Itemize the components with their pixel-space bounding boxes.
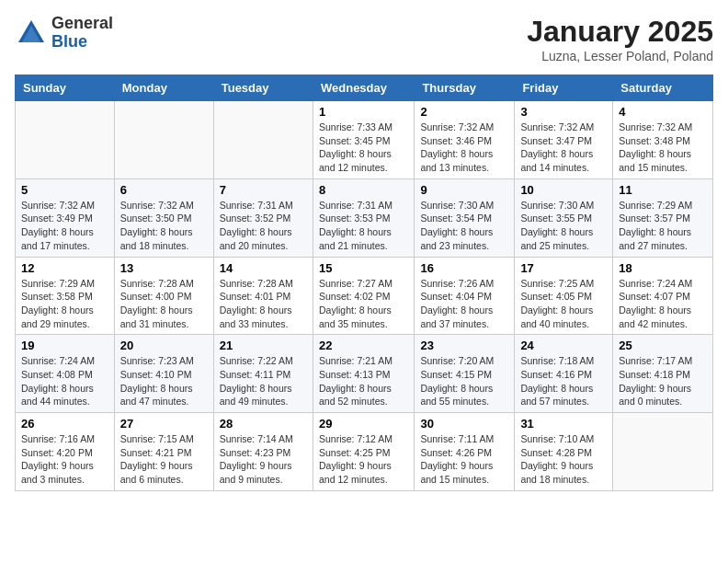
calendar-cell: 15Sunrise: 7:27 AM Sunset: 4:02 PM Dayli…	[313, 257, 414, 335]
month-title: January 2025	[527, 15, 713, 49]
calendar-cell: 8Sunrise: 7:31 AM Sunset: 3:53 PM Daylig…	[313, 178, 414, 257]
title-block: January 2025 Luzna, Lesser Poland, Polan…	[527, 15, 713, 63]
day-detail: Sunrise: 7:22 AM Sunset: 4:11 PM Dayligh…	[220, 354, 307, 408]
weekday-header-row: SundayMondayTuesdayWednesdayThursdayFrid…	[16, 75, 713, 101]
weekday-header-saturday: Saturday	[613, 75, 713, 101]
day-number: 18	[619, 261, 707, 275]
calendar-cell	[16, 101, 115, 179]
day-detail: Sunrise: 7:16 AM Sunset: 4:20 PM Dayligh…	[21, 432, 108, 487]
calendar-cell: 19Sunrise: 7:24 AM Sunset: 4:08 PM Dayli…	[16, 335, 115, 413]
weekday-header-monday: Monday	[114, 75, 213, 101]
day-detail: Sunrise: 7:32 AM Sunset: 3:46 PM Dayligh…	[420, 121, 508, 175]
day-number: 9	[420, 183, 508, 197]
day-detail: Sunrise: 7:27 AM Sunset: 4:02 PM Dayligh…	[319, 277, 408, 331]
day-number: 21	[220, 339, 307, 352]
logo-general: General	[51, 15, 113, 33]
day-detail: Sunrise: 7:32 AM Sunset: 3:48 PM Dayligh…	[619, 121, 707, 175]
day-detail: Sunrise: 7:25 AM Sunset: 4:05 PM Dayligh…	[520, 277, 607, 331]
calendar-cell: 5Sunrise: 7:32 AM Sunset: 3:49 PM Daylig…	[16, 178, 115, 257]
calendar-cell: 1Sunrise: 7:33 AM Sunset: 3:45 PM Daylig…	[313, 101, 414, 179]
day-detail: Sunrise: 7:30 AM Sunset: 3:54 PM Dayligh…	[420, 199, 508, 253]
calendar-cell: 21Sunrise: 7:22 AM Sunset: 4:11 PM Dayli…	[213, 335, 313, 413]
day-detail: Sunrise: 7:17 AM Sunset: 4:18 PM Dayligh…	[619, 354, 707, 408]
calendar-cell: 16Sunrise: 7:26 AM Sunset: 4:04 PM Dayli…	[415, 257, 515, 335]
day-detail: Sunrise: 7:30 AM Sunset: 3:55 PM Dayligh…	[520, 199, 607, 253]
weekday-header-wednesday: Wednesday	[313, 75, 414, 101]
location: Luzna, Lesser Poland, Poland	[527, 49, 713, 63]
day-detail: Sunrise: 7:23 AM Sunset: 4:10 PM Dayligh…	[120, 354, 208, 408]
day-detail: Sunrise: 7:32 AM Sunset: 3:49 PM Dayligh…	[21, 199, 108, 253]
calendar-cell	[114, 101, 213, 179]
day-number: 16	[420, 261, 508, 275]
day-number: 4	[619, 105, 707, 119]
day-detail: Sunrise: 7:29 AM Sunset: 3:57 PM Dayligh…	[619, 199, 707, 253]
day-number: 29	[319, 417, 408, 431]
day-number: 1	[319, 105, 408, 119]
day-number: 31	[520, 417, 607, 431]
day-number: 11	[619, 183, 707, 197]
calendar-cell: 12Sunrise: 7:29 AM Sunset: 3:58 PM Dayli…	[16, 257, 115, 335]
calendar-cell	[613, 413, 713, 491]
weekday-header-thursday: Thursday	[415, 75, 515, 101]
day-detail: Sunrise: 7:32 AM Sunset: 3:47 PM Dayligh…	[520, 121, 607, 175]
logo-text: General Blue	[51, 15, 113, 52]
calendar-week-row: 19Sunrise: 7:24 AM Sunset: 4:08 PM Dayli…	[16, 335, 713, 413]
calendar-cell: 10Sunrise: 7:30 AM Sunset: 3:55 PM Dayli…	[515, 178, 613, 257]
calendar-week-row: 26Sunrise: 7:16 AM Sunset: 4:20 PM Dayli…	[16, 413, 713, 491]
calendar-cell: 2Sunrise: 7:32 AM Sunset: 3:46 PM Daylig…	[415, 101, 515, 179]
logo-icon	[15, 17, 48, 50]
day-number: 19	[21, 339, 108, 352]
calendar-cell: 17Sunrise: 7:25 AM Sunset: 4:05 PM Dayli…	[515, 257, 613, 335]
day-number: 15	[319, 261, 408, 275]
calendar-cell: 23Sunrise: 7:20 AM Sunset: 4:15 PM Dayli…	[415, 335, 515, 413]
day-number: 3	[520, 105, 607, 119]
calendar-cell: 20Sunrise: 7:23 AM Sunset: 4:10 PM Dayli…	[114, 335, 213, 413]
day-detail: Sunrise: 7:28 AM Sunset: 4:00 PM Dayligh…	[120, 277, 208, 331]
calendar-cell: 3Sunrise: 7:32 AM Sunset: 3:47 PM Daylig…	[515, 101, 613, 179]
calendar-cell: 27Sunrise: 7:15 AM Sunset: 4:21 PM Dayli…	[114, 413, 213, 491]
calendar-cell: 24Sunrise: 7:18 AM Sunset: 4:16 PM Dayli…	[515, 335, 613, 413]
calendar-cell: 9Sunrise: 7:30 AM Sunset: 3:54 PM Daylig…	[415, 178, 515, 257]
calendar-cell: 30Sunrise: 7:11 AM Sunset: 4:26 PM Dayli…	[415, 413, 515, 491]
calendar-cell: 31Sunrise: 7:10 AM Sunset: 4:28 PM Dayli…	[515, 413, 613, 491]
logo: General Blue	[15, 15, 113, 52]
calendar-table: SundayMondayTuesdayWednesdayThursdayFrid…	[15, 75, 713, 491]
day-detail: Sunrise: 7:28 AM Sunset: 4:01 PM Dayligh…	[220, 277, 307, 331]
day-detail: Sunrise: 7:11 AM Sunset: 4:26 PM Dayligh…	[420, 432, 508, 487]
day-detail: Sunrise: 7:24 AM Sunset: 4:07 PM Dayligh…	[619, 277, 707, 331]
calendar-week-row: 1Sunrise: 7:33 AM Sunset: 3:45 PM Daylig…	[16, 101, 713, 179]
day-detail: Sunrise: 7:21 AM Sunset: 4:13 PM Dayligh…	[319, 354, 408, 408]
day-number: 22	[319, 339, 408, 352]
day-detail: Sunrise: 7:18 AM Sunset: 4:16 PM Dayligh…	[520, 354, 607, 408]
day-detail: Sunrise: 7:15 AM Sunset: 4:21 PM Dayligh…	[120, 432, 208, 487]
calendar-cell: 4Sunrise: 7:32 AM Sunset: 3:48 PM Daylig…	[613, 101, 713, 179]
calendar-cell: 29Sunrise: 7:12 AM Sunset: 4:25 PM Dayli…	[313, 413, 414, 491]
day-number: 5	[21, 183, 108, 197]
day-number: 6	[120, 183, 208, 197]
logo-blue: Blue	[51, 33, 113, 52]
calendar-cell: 25Sunrise: 7:17 AM Sunset: 4:18 PM Dayli…	[613, 335, 713, 413]
calendar-cell	[213, 101, 313, 179]
day-detail: Sunrise: 7:20 AM Sunset: 4:15 PM Dayligh…	[420, 354, 508, 408]
day-detail: Sunrise: 7:32 AM Sunset: 3:50 PM Dayligh…	[120, 199, 208, 253]
day-number: 17	[520, 261, 607, 275]
day-number: 23	[420, 339, 508, 352]
calendar-cell: 6Sunrise: 7:32 AM Sunset: 3:50 PM Daylig…	[114, 178, 213, 257]
calendar-cell: 28Sunrise: 7:14 AM Sunset: 4:23 PM Dayli…	[213, 413, 313, 491]
day-detail: Sunrise: 7:31 AM Sunset: 3:52 PM Dayligh…	[220, 199, 307, 253]
day-number: 12	[21, 261, 108, 275]
day-number: 27	[120, 417, 208, 431]
day-detail: Sunrise: 7:31 AM Sunset: 3:53 PM Dayligh…	[319, 199, 408, 253]
day-number: 25	[619, 339, 707, 352]
calendar-week-row: 5Sunrise: 7:32 AM Sunset: 3:49 PM Daylig…	[16, 178, 713, 257]
calendar-cell: 22Sunrise: 7:21 AM Sunset: 4:13 PM Dayli…	[313, 335, 414, 413]
day-number: 30	[420, 417, 508, 431]
calendar-cell: 18Sunrise: 7:24 AM Sunset: 4:07 PM Dayli…	[613, 257, 713, 335]
calendar-week-row: 12Sunrise: 7:29 AM Sunset: 3:58 PM Dayli…	[16, 257, 713, 335]
day-detail: Sunrise: 7:24 AM Sunset: 4:08 PM Dayligh…	[21, 354, 108, 408]
day-number: 26	[21, 417, 108, 431]
day-detail: Sunrise: 7:33 AM Sunset: 3:45 PM Dayligh…	[319, 121, 408, 175]
day-detail: Sunrise: 7:14 AM Sunset: 4:23 PM Dayligh…	[220, 432, 307, 487]
calendar-cell: 14Sunrise: 7:28 AM Sunset: 4:01 PM Dayli…	[213, 257, 313, 335]
day-number: 14	[220, 261, 307, 275]
